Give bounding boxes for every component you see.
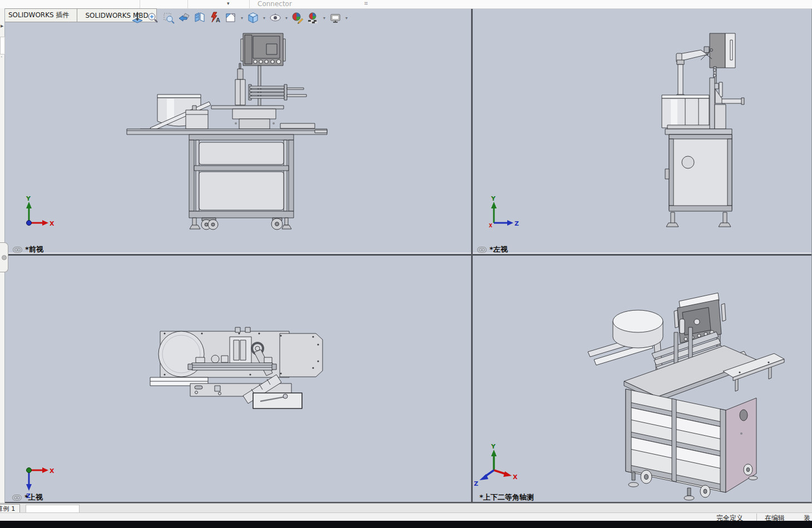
menu-row: ▾ Connector ⌗ <box>0 0 812 9</box>
status-bar: 完全定义 在编辑 装 <box>0 512 812 521</box>
svg-text:X: X <box>49 220 55 227</box>
panel-flyout-tab[interactable] <box>0 242 8 272</box>
graphics-area: Y X Y Z X X Z Y X <box>0 0 812 528</box>
svg-text:Z: Z <box>474 480 478 487</box>
timeline-blank-area <box>26 505 80 513</box>
front-view-drawing[interactable] <box>127 33 327 230</box>
menu-separator <box>140 0 140 8</box>
svg-text:X: X <box>489 223 493 228</box>
heads-up-toolbar: A ▾ ▾ ▾ ▾ ▾ <box>130 9 349 26</box>
zoom-to-area-icon[interactable] <box>146 10 160 26</box>
flyout-grip-dot <box>2 255 7 260</box>
chevron-down-icon[interactable]: ▾ <box>344 10 349 26</box>
svg-text:X: X <box>513 474 518 481</box>
svg-text:Z: Z <box>514 220 519 227</box>
chevron-down-icon[interactable]: ▾ <box>239 10 245 26</box>
chevron-down-icon[interactable]: ▾ <box>284 10 289 26</box>
svg-text:A: A <box>216 17 220 23</box>
triad-left: Y Z X <box>489 195 519 228</box>
section-view-icon[interactable] <box>192 10 207 26</box>
viewport-label-top: *上视 <box>12 492 43 502</box>
taskbar-band <box>0 521 812 528</box>
display-style-icon[interactable] <box>246 10 260 26</box>
isometric-view-drawing[interactable] <box>588 293 784 500</box>
expand-panel-arrow-icon[interactable]: ▶ <box>1 24 3 28</box>
collapse-up-arrow-icon[interactable]: ˄ <box>1 56 3 61</box>
triad-front: Y X <box>26 195 55 227</box>
svg-text:Y: Y <box>26 195 31 202</box>
view-orientation-icon[interactable] <box>224 10 238 26</box>
zoom-to-selection-icon[interactable] <box>161 10 176 26</box>
hide-show-items-icon[interactable] <box>268 10 283 26</box>
viewport-label-front: *前视 <box>13 245 43 255</box>
viewport-label-left: *左视 <box>477 245 508 255</box>
zoom-to-fit-icon[interactable] <box>130 10 145 26</box>
link-icon <box>12 495 22 501</box>
chevron-down-icon[interactable]: ▾ <box>227 1 230 6</box>
tab-solidworks-addins[interactable]: SOLIDWORKS 插件 <box>0 8 77 22</box>
link-icon <box>13 247 22 253</box>
viewport-split-hairline <box>0 253 812 253</box>
link-icon <box>477 247 487 253</box>
svg-text:Y: Y <box>491 195 496 202</box>
top-view-drawing[interactable] <box>150 327 323 409</box>
viewport-split-horizontal[interactable] <box>0 254 812 256</box>
left-view-drawing[interactable] <box>662 33 744 227</box>
svg-text:Y: Y <box>491 443 496 450</box>
dynamic-annotation-views-icon[interactable]: A <box>208 10 222 26</box>
viewport-label-isometric: *上下二等角轴测 <box>479 492 534 502</box>
motion-study-tab-bar: 算例 1 <box>0 503 812 512</box>
previous-view-icon[interactable] <box>177 10 191 26</box>
connector-command-label[interactable]: Connector <box>258 0 292 8</box>
triad-isometric: Y X Z <box>474 443 518 487</box>
mate-icon[interactable]: ⌗ <box>364 0 368 7</box>
menu-separator <box>249 0 250 8</box>
view-settings-icon[interactable] <box>328 10 343 26</box>
chevron-down-icon[interactable]: ▾ <box>261 10 267 26</box>
collapsed-panel-box[interactable] <box>0 37 5 54</box>
menu-separator <box>187 0 188 8</box>
svg-text:X: X <box>49 467 55 475</box>
viewport-split-vertical[interactable] <box>471 8 473 502</box>
apply-scene-icon[interactable] <box>306 10 320 26</box>
status-separator <box>756 514 757 521</box>
chevron-down-icon[interactable]: ▾ <box>321 10 327 26</box>
edit-appearance-icon[interactable] <box>290 10 305 26</box>
